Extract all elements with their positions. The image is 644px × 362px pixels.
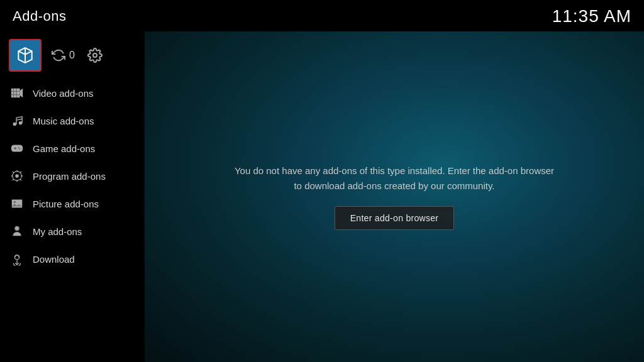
picture-icon [10, 197, 24, 211]
svg-point-7 [13, 123, 16, 126]
box-icon [15, 45, 35, 65]
video-icon [10, 86, 24, 100]
svg-point-0 [93, 53, 97, 57]
sidebar-item-label-picture: Picture add-ons [33, 199, 99, 209]
sidebar-item-label-game: Game add-ons [33, 143, 95, 154]
addon-icon-box[interactable] [9, 39, 42, 72]
clock: 11:35 AM [552, 6, 631, 26]
sidebar-item-game-addons[interactable]: Game add-ons [0, 134, 145, 162]
refresh-area[interactable]: 0 [52, 48, 75, 62]
settings-icon[interactable] [87, 48, 103, 63]
svg-point-17 [14, 201, 16, 203]
sidebar-item-download[interactable]: Download [0, 245, 145, 273]
program-icon [10, 169, 24, 183]
sidebar-item-music-addons[interactable]: Music add-ons [0, 107, 145, 134]
sidebar-item-program-addons[interactable]: Program add-ons [0, 162, 145, 190]
content-inner: You do not have any add-ons of this type… [145, 31, 644, 362]
svg-rect-1 [11, 89, 20, 98]
download-icon [10, 252, 24, 266]
svg-point-13 [19, 148, 21, 150]
refresh-count: 0 [69, 50, 75, 61]
svg-rect-9 [11, 145, 23, 152]
sidebar-item-my-addons[interactable]: My add-ons [0, 217, 145, 245]
svg-point-8 [19, 121, 23, 125]
main-layout: 0 Video add-ons [0, 31, 644, 362]
sidebar-item-video-addons[interactable]: Video add-ons [0, 79, 145, 107]
sidebar-item-label-my: My add-ons [33, 226, 82, 237]
refresh-icon [52, 48, 65, 62]
svg-point-14 [15, 174, 19, 178]
sidebar-item-picture-addons[interactable]: Picture add-ons [0, 190, 145, 217]
sidebar-item-label-download: Download [33, 254, 75, 265]
game-icon [10, 141, 24, 155]
header: Add-ons 11:35 AM [0, 0, 644, 31]
sidebar-nav: Video add-ons Music add-ons [0, 79, 145, 356]
enter-addon-browser-button[interactable]: Enter add-on browser [335, 206, 455, 230]
my-addons-icon [10, 224, 24, 238]
content-area: You do not have any add-ons of this type… [145, 31, 644, 362]
sidebar-top-row: 0 [0, 31, 145, 79]
sidebar: 0 Video add-ons [0, 31, 145, 362]
sidebar-item-label-music: Music add-ons [33, 116, 94, 126]
sidebar-item-label-video: Video add-ons [33, 88, 93, 99]
music-icon [10, 114, 24, 128]
empty-state-message: You do not have any add-ons of this type… [231, 163, 558, 194]
svg-point-12 [18, 147, 19, 148]
svg-marker-2 [20, 89, 23, 98]
page-title: Add-ons [13, 8, 66, 25]
sidebar-item-label-program: Program add-ons [33, 171, 106, 182]
